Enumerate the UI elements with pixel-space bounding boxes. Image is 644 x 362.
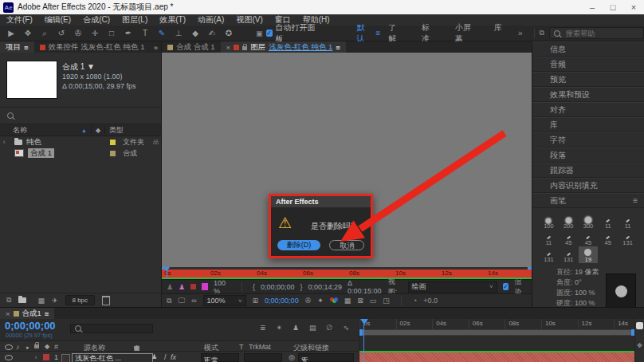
more-workspaces-icon[interactable]: »: [518, 29, 523, 37]
tab-effect-controls[interactable]: 效果控件 浅灰色-红色 纯色 1: [34, 41, 151, 53]
sort-ascending-icon[interactable]: ▲: [81, 128, 87, 133]
region-of-interest-icon[interactable]: ⊞: [253, 297, 259, 305]
layer-visibility-icon[interactable]: [5, 355, 13, 360]
viewer-time-ruler[interactable]: 0s02s04s06s08s10s12s14s: [162, 267, 532, 279]
t-column[interactable]: T: [239, 343, 244, 351]
pan-behind-tool-icon[interactable]: ✛: [90, 29, 100, 37]
panel-header[interactable]: 跟踪器: [532, 163, 644, 178]
menu-item[interactable]: 效果(T): [159, 14, 186, 26]
help-search-input[interactable]: [564, 29, 639, 38]
menu-item[interactable]: 编辑(E): [45, 14, 71, 26]
layer-name-field[interactable]: 浅灰色-红色 ...: [72, 353, 153, 362]
current-time-display[interactable]: 0;00;00;00: [5, 320, 56, 332]
roto-brush-tool-icon[interactable]: ✍: [207, 29, 217, 37]
panel-header[interactable]: 库: [532, 117, 644, 132]
work-area-end-handle[interactable]: [631, 329, 634, 336]
bit-depth-button[interactable]: 8 bpc: [65, 295, 96, 305]
twirl-icon[interactable]: ›: [0, 138, 8, 146]
interpret-footage-icon[interactable]: ⧉: [6, 296, 11, 305]
channel-rgb-icon[interactable]: [330, 297, 338, 304]
timeline-playhead[interactable]: [360, 319, 368, 362]
menu-item[interactable]: 动画(A): [198, 14, 224, 26]
workspace-menu-icon[interactable]: ≡: [376, 29, 381, 37]
shy-layers-icon[interactable]: ♟: [293, 324, 299, 332]
brush-preset[interactable]: 45: [598, 230, 618, 246]
maximize-button[interactable]: □: [603, 2, 623, 12]
snapshot-camera-icon[interactable]: ✇: [305, 297, 312, 305]
puppet-pin-tool-icon[interactable]: ✪: [224, 29, 234, 37]
panel-header[interactable]: 字符: [532, 132, 644, 148]
menu-item[interactable]: 图层(L): [122, 14, 147, 26]
panel-header[interactable]: 预览: [532, 72, 644, 87]
paint-view-icon[interactable]: ♟: [179, 283, 185, 291]
brush-preset[interactable]: 19: [579, 246, 599, 263]
diameter-value[interactable]: 19 像素: [575, 268, 599, 276]
panel-menu-icon[interactable]: ≡: [45, 309, 49, 318]
shape-tool-icon[interactable]: □: [107, 29, 116, 37]
rotate-tool-icon[interactable]: ↺: [57, 29, 66, 37]
brush-preset[interactable]: 11: [539, 230, 559, 246]
red-swatch[interactable]: [190, 284, 196, 289]
3d-switch-icon[interactable]: ◫: [134, 344, 140, 352]
panel-header-brushes[interactable]: 画笔 ≡: [532, 193, 644, 208]
shy-switch-icon[interactable]: ♟: [151, 353, 157, 360]
menu-item[interactable]: 合成(C): [83, 14, 110, 26]
always-preview-icon[interactable]: ⧉: [167, 297, 171, 305]
roundness-value[interactable]: 100 %: [575, 289, 595, 297]
camera-tool-icon[interactable]: ✇: [73, 29, 83, 37]
delete-trash-icon[interactable]: [102, 296, 110, 305]
onion-skin-icon[interactable]: ♟: [167, 283, 173, 291]
tab-project[interactable]: 项目 ≡: [0, 41, 34, 53]
column-name[interactable]: 名称: [13, 125, 27, 136]
motion-blur-icon[interactable]: ∅: [327, 324, 333, 332]
column-type[interactable]: 类型: [109, 125, 124, 136]
brush-preset[interactable]: 131: [618, 230, 638, 246]
new-composition-icon[interactable]: ▦: [37, 297, 45, 305]
item-name[interactable]: 合成 1: [28, 148, 54, 158]
exposure-value[interactable]: +0.0: [423, 297, 438, 305]
label-column-icon[interactable]: ◆: [45, 343, 49, 350]
project-search[interactable]: [0, 108, 161, 124]
close-tab-icon[interactable]: ×: [6, 309, 10, 318]
work-area-bar[interactable]: [359, 329, 634, 336]
fx-switch[interactable]: fx: [171, 353, 176, 361]
tab-timeline-comp[interactable]: × 合成1 ≡: [0, 308, 54, 319]
label-column-icon[interactable]: ◆: [96, 127, 100, 134]
help-search[interactable]: [549, 27, 644, 39]
comp-name[interactable]: 合成 1 ▼: [62, 61, 95, 73]
viewer-playhead[interactable]: [163, 267, 171, 279]
transparency-grid-icon[interactable]: ▦: [344, 297, 351, 305]
panel-header[interactable]: 内容识别填充: [532, 178, 644, 193]
brush-preset[interactable]: 200: [559, 213, 579, 230]
blend-mode-dropdown[interactable]: 正常 ˅: [201, 353, 239, 362]
screen-mode-icon[interactable]: 🖵: [178, 297, 185, 305]
panel-header[interactable]: 效果和预设: [532, 87, 644, 102]
exposure-glasses-icon[interactable]: ∞: [191, 297, 196, 305]
eraser-tool-icon[interactable]: ◆: [190, 29, 200, 37]
panel-menu-icon[interactable]: ≡: [633, 196, 638, 205]
label-swatch[interactable]: [110, 151, 116, 156]
brush-preset[interactable]: 100: [539, 213, 559, 230]
layer-row[interactable]: › 1 浅灰色-红色 ... ♟ / fx 正常 ˅ ◎ 无: [0, 352, 359, 362]
selection-tool-icon[interactable]: ▶: [6, 29, 16, 37]
panel-header[interactable]: 段落: [532, 148, 644, 163]
lock-column-icon[interactable]: [34, 344, 39, 348]
brush-tool-icon[interactable]: ✎: [157, 29, 167, 37]
hardness-value[interactable]: 100 %: [575, 299, 595, 307]
foreground-color-swatch[interactable]: [202, 283, 208, 290]
adjust-icon[interactable]: ✈: [52, 297, 58, 305]
tab-composition-viewer[interactable]: 合成 合成 1: [162, 41, 221, 53]
panel-grid-icon[interactable]: ▣: [256, 30, 263, 37]
brush-preset[interactable]: 11: [618, 213, 638, 230]
workspace-bar-icon[interactable]: ⧉: [540, 29, 544, 37]
view-layer-controls-icon[interactable]: ▭: [370, 297, 377, 305]
angle-value[interactable]: 0°: [575, 278, 582, 286]
project-row-solids[interactable]: › 纯色 文件夹 品: [0, 136, 161, 148]
audio-column-icon[interactable]: ♪: [16, 343, 20, 351]
comp-mini-flowchart-icon[interactable]: ≣: [260, 324, 266, 332]
panel-header[interactable]: 对齐: [532, 102, 644, 117]
close-tab-icon[interactable]: ×: [226, 43, 231, 52]
menu-item[interactable]: 视图(V): [236, 14, 262, 26]
pickwhip-icon[interactable]: ◎: [289, 353, 295, 361]
layer-label-swatch[interactable]: [43, 354, 49, 360]
